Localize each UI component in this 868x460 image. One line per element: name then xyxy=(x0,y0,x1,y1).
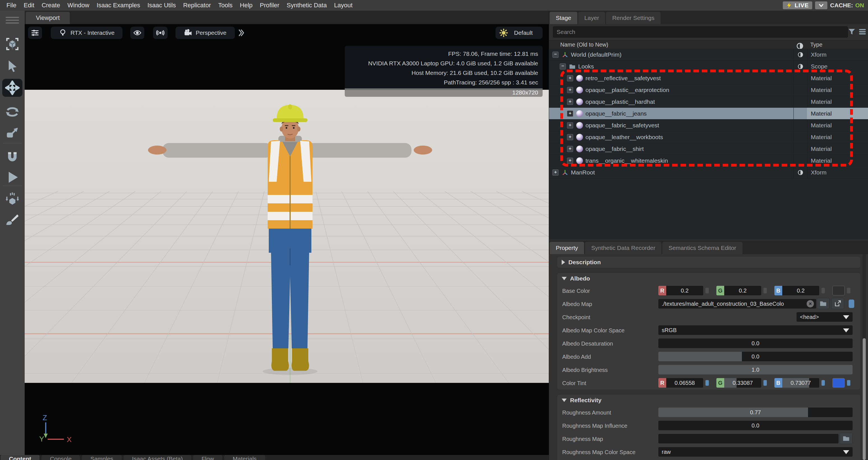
options-menu-icon[interactable] xyxy=(858,28,867,36)
stage-tree-row[interactable]: +trans__organic__whitemaleskinMaterial xyxy=(549,155,868,167)
bottom-tab-content[interactable]: Content xyxy=(1,455,39,460)
bottom-tab-materials[interactable]: Materials xyxy=(224,455,265,460)
visibility-eye-icon[interactable] xyxy=(794,49,807,60)
menu-item-file[interactable]: File xyxy=(3,2,20,9)
expand-expander-icon[interactable]: + xyxy=(567,134,573,140)
menu-item-edit[interactable]: Edit xyxy=(20,2,38,9)
section-header-description[interactable]: Description xyxy=(557,257,861,268)
property-scrollbar[interactable] xyxy=(862,254,866,460)
live-sync-button[interactable]: LIVE xyxy=(783,1,812,9)
bottom-tab-console[interactable]: Console xyxy=(41,455,80,460)
menu-item-profiler[interactable]: Profiler xyxy=(256,2,283,9)
waypoint-button[interactable] xyxy=(153,27,167,39)
menu-item-isaac-examples[interactable]: Isaac Examples xyxy=(93,2,144,9)
move-tool-button[interactable] xyxy=(2,79,23,97)
menu-item-layout[interactable]: Layout xyxy=(331,2,356,9)
expand-expander-icon[interactable]: + xyxy=(567,87,573,93)
color-swatch[interactable] xyxy=(832,378,845,387)
menu-item-tools[interactable]: Tools xyxy=(215,2,236,9)
stage-tree-row[interactable]: −LooksScope xyxy=(549,61,868,73)
roughness-amount-slider[interactable]: 0.77 xyxy=(658,407,852,417)
tab-render-settings[interactable]: Render Settings xyxy=(606,12,660,24)
section-header-albedo[interactable]: Albedo xyxy=(557,273,861,284)
albedo-brightness-slider[interactable]: 1.0 xyxy=(658,365,852,374)
paint-tool-button[interactable] xyxy=(2,210,23,228)
stage-tree-row[interactable]: +opaque__leather__workbootsMaterial xyxy=(549,131,868,143)
collapse-expander-icon[interactable]: − xyxy=(560,63,566,69)
play-tool-button[interactable] xyxy=(2,168,23,186)
albedo-desaturation-slider[interactable]: 0.0 xyxy=(658,339,852,348)
open-external-button[interactable] xyxy=(831,298,844,309)
tab-semantics-schema-editor[interactable]: Semantics Schema Editor xyxy=(662,242,742,254)
expand-expander-icon[interactable]: + xyxy=(567,122,573,128)
menu-item-window[interactable]: Window xyxy=(64,2,93,9)
base-color-b-field[interactable]: 0.2 xyxy=(782,286,819,295)
base-color-g-field[interactable]: 0.2 xyxy=(724,286,761,295)
color-swatch[interactable] xyxy=(832,286,845,295)
toolbar-expand-chevrons[interactable] xyxy=(237,28,245,36)
expand-expander-icon[interactable]: + xyxy=(567,146,573,152)
live-dropdown-button[interactable] xyxy=(815,1,827,9)
lighting-mode-button[interactable]: Default xyxy=(496,27,542,39)
visibility-eye-icon[interactable] xyxy=(794,167,807,178)
roughness-map-color-space-dropdown[interactable]: raw xyxy=(658,447,852,457)
snap-tool-button[interactable] xyxy=(2,148,23,166)
expand-expander-icon[interactable]: + xyxy=(567,75,573,81)
collapse-expander-icon[interactable]: − xyxy=(552,52,559,58)
color-tint-b-field[interactable]: 0.73077 xyxy=(782,378,819,387)
viewport-settings-button[interactable] xyxy=(28,27,42,39)
menu-item-synthetic-data[interactable]: Synthetic Data xyxy=(283,2,331,9)
menu-item-isaac-utils[interactable]: Isaac Utils xyxy=(144,2,179,9)
tab-viewport[interactable]: Viewport xyxy=(26,12,70,24)
visibility-eye-icon[interactable] xyxy=(794,61,807,72)
expand-expander-icon[interactable]: + xyxy=(552,169,559,176)
stage-tree-row[interactable]: +opaque__plastic__earprotectionMaterial xyxy=(549,84,868,96)
stage-tree-row[interactable]: +ManRootXform xyxy=(549,167,868,178)
type-column-header[interactable]: Type xyxy=(810,41,822,48)
bottom-tab-samples[interactable]: Samples xyxy=(82,455,122,460)
section-header-reflectivity[interactable]: Reflectivity xyxy=(557,395,861,406)
stage-tree-row[interactable]: +opaque__fabric__shirtMaterial xyxy=(549,143,868,155)
scale-tool-button[interactable] xyxy=(2,124,23,142)
rotate-tool-button[interactable] xyxy=(2,103,23,121)
color-tint-r-field[interactable]: 0.06558 xyxy=(666,378,703,387)
clear-path-icon[interactable]: × xyxy=(807,300,814,308)
physics-drop-tool-button[interactable] xyxy=(2,190,23,208)
folder-button[interactable] xyxy=(817,298,830,309)
bottom-tab-isaac-assets-beta-[interactable]: Isaac Assets (Beta) xyxy=(124,455,191,460)
albedo-map-color-space-dropdown[interactable]: sRGB xyxy=(658,325,852,335)
visibility-options-button[interactable] xyxy=(130,27,144,39)
roughness-map-influence-slider[interactable]: 0.0 xyxy=(658,421,852,430)
color-tint-g-field[interactable]: 0.33087 xyxy=(724,378,761,387)
stage-tree-row[interactable]: +opaque__fabric__safetyvestMaterial xyxy=(549,119,868,131)
albedo-map-path-field[interactable]: ./textures/male_adult_construction_03_Ba… xyxy=(658,299,816,309)
tab-synthetic-data-recorder[interactable]: Synthetic Data Recorder xyxy=(585,242,661,254)
bottom-tab-flow[interactable]: Flow xyxy=(193,455,222,460)
albedo-add-slider[interactable]: 0.0 xyxy=(658,352,852,361)
expand-expander-icon[interactable]: + xyxy=(567,99,573,105)
menu-item-create[interactable]: Create xyxy=(38,2,64,9)
select-frame-tool-button[interactable] xyxy=(2,35,23,53)
name-column-header[interactable]: Name (Old to New) xyxy=(560,41,608,48)
viewport-canvas[interactable]: RTX - Interactive Perspective Default FP… xyxy=(25,24,549,455)
expand-expander-icon[interactable]: + xyxy=(567,157,573,164)
menu-item-replicator[interactable]: Replicator xyxy=(179,2,214,9)
stage-tree-row[interactable]: −World (defaultPrim)Xform xyxy=(549,49,868,61)
folder-button[interactable] xyxy=(840,433,852,444)
tab-layer[interactable]: Layer xyxy=(578,12,606,24)
checkpoint-dropdown[interactable]: <head> xyxy=(797,312,852,322)
cursor-tool-button[interactable] xyxy=(2,57,23,75)
stage-tree-row[interactable]: +retro__reflective__safetyvestMaterial xyxy=(549,73,868,84)
toolbar-grip-icon[interactable] xyxy=(6,15,19,25)
stage-tree-row[interactable]: +opaque__plastic__hardhatMaterial xyxy=(549,96,868,108)
filter-funnel-icon[interactable] xyxy=(847,28,856,36)
renderer-selector-button[interactable]: RTX - Interactive xyxy=(51,27,122,39)
search-input[interactable] xyxy=(553,26,848,37)
camera-selector-button[interactable]: Perspective xyxy=(176,27,235,39)
base-color-r-field[interactable]: 0.2 xyxy=(666,286,703,295)
roughness-map-path-field[interactable] xyxy=(658,434,839,443)
tab-property[interactable]: Property xyxy=(550,242,584,254)
stage-tree-row[interactable]: +opaque__fabric__jeansMaterial xyxy=(549,108,868,119)
tab-stage[interactable]: Stage xyxy=(550,12,577,24)
expand-expander-icon[interactable]: + xyxy=(567,111,573,117)
